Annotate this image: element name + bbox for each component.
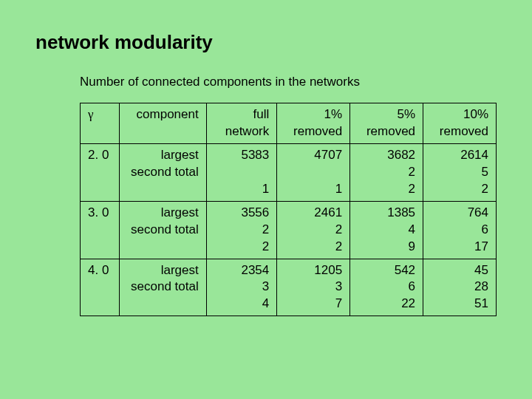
components-table: γ component full network 1% removed 5% r… — [80, 103, 497, 316]
cell-gamma: 3. 0 — [81, 201, 120, 259]
slide: network modularity Number of connected c… — [0, 0, 532, 399]
slide-subtitle: Number of connected components in the ne… — [80, 75, 497, 89]
table-row: 4. 0 largest second total 2354 3 4 1205 … — [81, 259, 497, 316]
header-component: component — [119, 103, 206, 144]
cell-5pct: 1385 4 9 — [350, 201, 423, 259]
cell-5pct: 3682 2 2 — [350, 143, 423, 201]
cell-5pct: 542 6 22 — [350, 259, 423, 316]
cell-component-labels: largest second total — [119, 201, 206, 259]
cell-1pct: 2461 2 2 — [277, 201, 350, 259]
cell-full: 3556 2 2 — [206, 201, 277, 259]
header-1pct-removed: 1% removed — [277, 103, 350, 144]
table-row: 3. 0 largest second total 3556 2 2 2461 … — [81, 201, 497, 259]
cell-10pct: 764 6 17 — [423, 201, 497, 259]
cell-full: 5383 1 — [206, 143, 277, 201]
cell-full: 2354 3 4 — [206, 259, 277, 316]
cell-10pct: 45 28 51 — [423, 259, 497, 316]
header-5pct-removed: 5% removed — [350, 103, 423, 144]
cell-gamma: 4. 0 — [81, 259, 120, 316]
cell-component-labels: largest second total — [119, 143, 206, 201]
table-row: 2. 0 largest second total 5383 1 4707 1 … — [81, 143, 497, 201]
cell-gamma: 2. 0 — [81, 143, 120, 201]
cell-component-labels: largest second total — [119, 259, 206, 316]
header-10pct-removed: 10% removed — [423, 103, 497, 144]
header-gamma: γ — [81, 103, 120, 144]
cell-10pct: 2614 5 2 — [423, 143, 497, 201]
header-full-network: full network — [206, 103, 277, 144]
cell-1pct: 4707 1 — [277, 143, 350, 201]
table-container: γ component full network 1% removed 5% r… — [80, 103, 497, 316]
cell-1pct: 1205 3 7 — [277, 259, 350, 316]
table-header-row: γ component full network 1% removed 5% r… — [81, 103, 497, 144]
slide-title: network modularity — [35, 31, 497, 54]
